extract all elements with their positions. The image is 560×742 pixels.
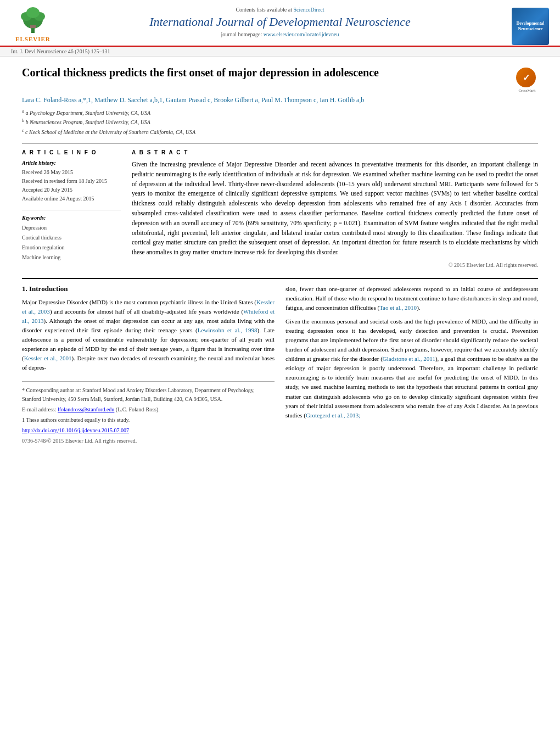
email-label: E-mail address: <box>22 406 58 412</box>
affiliation-b: b b Neurosciences Program, Stanford Univ… <box>22 118 538 127</box>
body-right-col: sion, fewer than one-quarter of depresse… <box>285 284 538 447</box>
body-section: 1. Introduction Major Depressive Disorde… <box>22 278 538 447</box>
kessler-2001-cite[interactable]: Kessler et al., 2001 <box>24 355 72 361</box>
intro-paragraph-1: Major Depressive Disorder (MDD) is the m… <box>22 298 275 372</box>
email-footnote: E-mail address: lfolandross@stanford.edu… <box>22 405 275 414</box>
abstract-column: A B S T R A C T Given the increasing pre… <box>132 149 538 269</box>
abstract-paragraph: Given the increasing prevalence of Major… <box>132 160 538 258</box>
article-content: Cortical thickness predicts the first on… <box>0 57 560 456</box>
elsevier-tree-icon <box>16 4 49 35</box>
keyword-1: Depression <box>22 223 121 233</box>
email-name: (L.C. Foland-Ross). <box>114 406 160 412</box>
abstract-text: Given the increasing prevalence of Major… <box>132 160 538 258</box>
contents-available-line: Contents lists available at ScienceDirec… <box>236 7 324 13</box>
kessler-2003-cite[interactable]: Kessler et al., 2003 <box>22 299 275 315</box>
crossmark-badge: ✓ CrossMark <box>516 68 538 90</box>
issn-line: 0736-5748/© 2015 Elsevier Ltd. All right… <box>22 437 275 445</box>
info-divider <box>22 210 121 210</box>
gladstone-cite[interactable]: Gladstone et al., 2011 <box>383 355 435 362</box>
article-title: Cortical thickness predicts the first on… <box>22 65 511 80</box>
sciencedirect-link[interactable]: ScienceDirect <box>293 7 324 13</box>
keyword-2: Cortical thickness <box>22 233 121 243</box>
body-right-para1: sion, fewer than one-quarter of depresse… <box>285 284 538 313</box>
article-info-abstract-section: A R T I C L E I N F O Article history: R… <box>22 149 538 269</box>
intro-para1: Major Depressive Disorder (MDD) is the m… <box>22 298 275 372</box>
corresponding-footnote: * Corresponding author at: Stanford Mood… <box>22 386 275 404</box>
available-date: Available online 24 August 2015 <box>22 194 121 203</box>
elsevier-label: ELSEVIER <box>15 36 51 42</box>
body-right-para2: Given the enormous personal and societal… <box>285 317 538 420</box>
journal-title: International Journal of Developmental N… <box>149 15 411 29</box>
whiteford-cite[interactable]: Whiteford et al., 2013 <box>22 308 275 324</box>
body-left-col: 1. Introduction Major Depressive Disorde… <box>22 284 275 447</box>
journal-badge-container: DevelopmentalNeuroscience <box>505 4 549 46</box>
keywords-list: Depression Cortical thickness Emotion re… <box>22 223 121 263</box>
body-right-text: sion, fewer than one-quarter of depresse… <box>285 284 538 420</box>
affiliation-c: c c Keck School of Medicine at the Unive… <box>22 127 538 137</box>
tao-cite[interactable]: Tao et al., 2010 <box>379 304 417 311</box>
page: ELSEVIER Contents lists available at Sci… <box>0 0 560 456</box>
article-title-row: Cortical thickness predicts the first on… <box>22 65 538 90</box>
grotegerd-cite[interactable]: Grotegerd et al., 2013; <box>306 412 360 419</box>
article-history: Article history: Received 26 May 2015 Re… <box>22 160 121 203</box>
keywords-section: Keywords: Depression Cortical thickness … <box>22 215 121 263</box>
article-info-heading: A R T I C L E I N F O <box>22 149 121 155</box>
elsevier-logo: ELSEVIER <box>11 4 55 46</box>
intro-heading: 1. Introduction <box>22 284 275 293</box>
crossmark-label: CrossMark <box>516 88 538 93</box>
body-two-col: 1. Introduction Major Depressive Disorde… <box>22 284 538 447</box>
journal-header: ELSEVIER Contents lists available at Sci… <box>0 0 560 47</box>
abstract-heading: A B S T R A C T <box>132 149 538 155</box>
revised-date: Received in revised form 18 July 2015 <box>22 177 121 186</box>
doi-line: http://dx.doi.org/10.1016/j.ijdevneu.201… <box>22 426 275 435</box>
affiliations: a a Psychology Department, Stanford Univ… <box>22 108 538 137</box>
journal-badge: DevelopmentalNeuroscience <box>512 8 549 45</box>
badge-title: DevelopmentalNeuroscience <box>516 21 544 31</box>
authors: Lara C. Foland-Ross a,*,1, Matthew D. Sa… <box>22 95 538 105</box>
equal-contrib-footnote: 1 These authors contributed equally to t… <box>22 416 275 425</box>
homepage-line: journal homepage: www.elsevier.com/locat… <box>221 31 339 37</box>
keyword-3: Emotion regulation <box>22 243 121 253</box>
article-info-column: A R T I C L E I N F O Article history: R… <box>22 149 121 269</box>
footnotes: * Corresponding author at: Stanford Mood… <box>22 381 275 445</box>
article-history-label: Article history: <box>22 160 121 166</box>
keyword-4: Machine learning <box>22 253 121 263</box>
svg-rect-5 <box>30 25 36 28</box>
header-center: Contents lists available at ScienceDirec… <box>60 4 500 46</box>
doi-link[interactable]: http://dx.doi.org/10.1016/j.ijdevneu.201… <box>22 427 129 433</box>
keywords-label: Keywords: <box>22 215 121 221</box>
accepted-date: Accepted 20 July 2015 <box>22 186 121 194</box>
homepage-url[interactable]: www.elsevier.com/locate/ijdevneu <box>264 31 339 37</box>
crossmark-icon: ✓ <box>516 68 536 87</box>
email-link[interactable]: lfolandross@stanford.edu <box>58 406 114 412</box>
affiliation-a: a a Psychology Department, Stanford Univ… <box>22 108 538 118</box>
received-date: Received 26 May 2015 <box>22 168 121 177</box>
copyright-line: © 2015 Elsevier Ltd. All rights reserved… <box>132 262 538 268</box>
citation-line: Int. J. Devl Neuroscience 46 (2015) 125–… <box>0 47 560 57</box>
svg-point-4 <box>26 7 40 18</box>
lewinsohn-cite[interactable]: Lewinsohn et al., 1998 <box>198 327 257 333</box>
authors-text: Lara C. Foland-Ross a,*,1, Matthew D. Sa… <box>22 96 364 104</box>
section-divider <box>22 143 538 144</box>
